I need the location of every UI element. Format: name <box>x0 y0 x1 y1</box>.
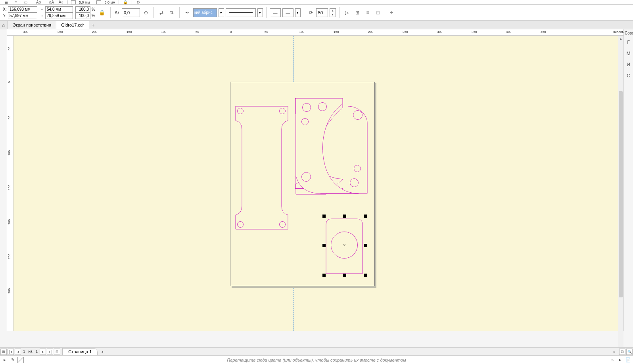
scrollbar-vertical[interactable]: ▴ ▾ <box>618 36 623 355</box>
selection-center-icon[interactable]: × <box>343 243 346 247</box>
distribute-icon[interactable]: ⊡ <box>374 8 382 17</box>
scroll-up-icon[interactable]: ▴ <box>618 36 623 41</box>
panel-item[interactable]: И <box>624 59 633 70</box>
y-input[interactable] <box>8 13 37 19</box>
outline-width-select[interactable] <box>193 8 217 17</box>
scrollbar-horizontal[interactable]: ◂ ▸ <box>99 349 617 354</box>
new-tab-button[interactable]: + <box>89 21 97 29</box>
spacing-1[interactable]: 5,0 мм <box>79 0 90 4</box>
x-input[interactable] <box>8 6 37 13</box>
nav-next-icon[interactable]: ▸ <box>40 349 46 355</box>
hole-circle[interactable] <box>279 221 286 228</box>
fill-box-icon[interactable] <box>71 0 76 4</box>
separator <box>266 7 267 18</box>
hole-circle[interactable] <box>237 108 244 114</box>
selection-handle-tc[interactable] <box>343 215 346 218</box>
outline-pen-icon[interactable]: ✒ <box>183 8 192 17</box>
spinner[interactable]: ▴▾ <box>330 8 336 17</box>
rotation-input[interactable] <box>122 8 140 17</box>
hole-circle[interactable] <box>354 165 361 172</box>
add-button[interactable]: + <box>387 8 396 17</box>
selection-handle-bl[interactable] <box>322 274 326 277</box>
settings-small-icon[interactable]: ⚙ <box>135 0 142 4</box>
scale-y-input[interactable] <box>75 13 90 19</box>
selection-handle-bc[interactable] <box>343 274 346 277</box>
hole-circle[interactable] <box>353 110 363 120</box>
palette-arrow-icon[interactable]: ▸ <box>2 357 8 363</box>
hole-circle[interactable] <box>302 103 311 112</box>
nav-menu-icon[interactable]: ⊞ <box>0 349 7 355</box>
height-input[interactable] <box>45 13 73 19</box>
close-curve-icon[interactable]: ▷ <box>343 8 351 17</box>
hints-label[interactable]: Совет <box>624 29 633 37</box>
hole-circle[interactable] <box>318 102 327 111</box>
scroll-right-icon[interactable]: ▸ <box>612 349 617 354</box>
panel-item[interactable]: М <box>624 48 633 59</box>
line-style-select[interactable] <box>226 8 256 17</box>
hole-circle[interactable] <box>301 172 311 182</box>
nav-add-page-icon[interactable]: ⊞ <box>54 349 60 355</box>
caps-icon[interactable]: aA <box>48 0 55 4</box>
toolbox-left <box>0 29 7 331</box>
ruler-tick: 300 <box>23 30 28 34</box>
zoom-icon[interactable]: 🔍 <box>626 349 633 355</box>
box-icon[interactable]: ▭ <box>22 0 29 4</box>
palette-flyout-icon[interactable]: ▸ <box>617 357 623 363</box>
tab-welcome[interactable]: Экран приветствия <box>8 21 56 29</box>
selection-handle-ml[interactable] <box>322 244 326 247</box>
fill-box-icon-2[interactable] <box>96 0 101 4</box>
scale-x-input[interactable] <box>75 6 90 13</box>
hole-circle[interactable] <box>279 108 286 114</box>
text-icon[interactable]: Ab <box>35 0 42 4</box>
align-icon[interactable]: ≡ <box>363 8 372 17</box>
scroll-left-icon[interactable]: ◂ <box>99 349 105 354</box>
palette-eyedropper-icon[interactable]: ✎ <box>10 357 16 363</box>
lock-small-icon[interactable]: 🔒 <box>122 0 129 4</box>
ruler-vertical[interactable]: 50 0 50 100 150 200 250 300 <box>7 36 13 331</box>
ruler-tick: 200 <box>92 30 97 34</box>
ruler-horizontal[interactable]: 300 250 200 150 100 50 0 50 100 150 200 … <box>7 29 633 36</box>
palette-bar: ▸ ✎ Перетащите сюда цвета (или объекты),… <box>0 355 633 364</box>
start-arrow-select[interactable]: — <box>270 8 281 17</box>
nav-prev-icon[interactable]: ◂ <box>15 349 21 355</box>
nav-last-icon[interactable]: ▸| <box>47 349 53 355</box>
selection-handle-tr[interactable] <box>364 215 367 218</box>
panel-item[interactable]: Г <box>624 37 633 48</box>
home-icon[interactable]: ⌂ <box>0 21 8 29</box>
selection-handle-tl[interactable] <box>322 215 326 218</box>
bullets-icon[interactable]: ≣ <box>3 0 10 4</box>
selection-handle-mr[interactable] <box>364 244 367 247</box>
panel-item[interactable]: С <box>624 70 633 81</box>
palette-expand-icon[interactable]: » <box>609 357 616 363</box>
hole-circle[interactable] <box>237 221 244 228</box>
selection-handle-br[interactable] <box>364 274 367 277</box>
arrow-dropdown-icon[interactable]: ▾ <box>295 8 301 17</box>
page-tab[interactable]: Страница 1 <box>62 348 98 355</box>
wrap-offset-input[interactable] <box>316 8 328 17</box>
nav-first-icon[interactable]: |◂ <box>8 349 14 355</box>
smallcaps-icon[interactable]: A⎀ <box>58 0 64 4</box>
palette-add-icon[interactable]: 📄 <box>625 357 631 363</box>
outline-dropdown-icon[interactable]: ▾ <box>219 8 224 17</box>
hole-circle[interactable] <box>350 178 359 187</box>
canvas-area[interactable]: 300 250 200 150 100 50 0 50 100 150 200 … <box>7 29 633 331</box>
mid-arrow-select[interactable]: — <box>282 8 293 17</box>
width-input[interactable] <box>45 6 73 13</box>
rotation-center-icon[interactable]: ⊙ <box>142 8 150 17</box>
zoom-all-icon[interactable]: ⊡ <box>619 349 625 355</box>
no-color-swatch[interactable] <box>17 357 24 363</box>
scroll-thumb[interactable] <box>619 91 623 297</box>
canvas-content[interactable]: × <box>13 36 633 331</box>
shape-bracket-left[interactable] <box>235 105 290 230</box>
wrap-icon[interactable]: ⟳ <box>307 8 315 17</box>
hole-circle[interactable] <box>301 118 309 125</box>
list-icon[interactable]: ≡ <box>13 0 19 4</box>
mirror-v-icon[interactable]: ⇅ <box>167 8 176 17</box>
spacing-2[interactable]: 5,0 мм <box>104 0 115 4</box>
line-style-dropdown-icon[interactable]: ▾ <box>257 8 263 17</box>
combine-icon[interactable]: ⊞ <box>353 8 362 17</box>
lock-ratio-icon[interactable]: 🔒 <box>98 10 106 15</box>
tab-file[interactable]: Gidro17.cdr <box>56 21 89 29</box>
ruler-tick: 300 <box>437 30 442 34</box>
mirror-h-icon[interactable]: ⇄ <box>157 8 166 17</box>
